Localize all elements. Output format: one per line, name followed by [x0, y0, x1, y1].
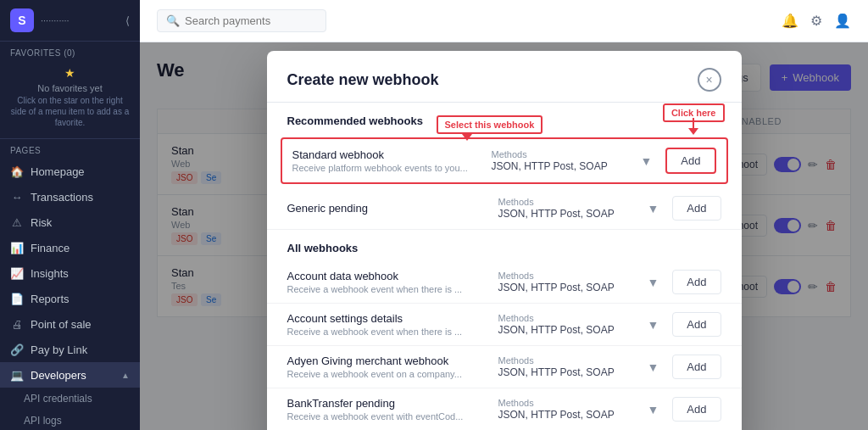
- select-annotation-arrow: [462, 134, 472, 141]
- methods-value: JSON, HTTP Post, SOAP: [498, 324, 634, 336]
- sidebar-item-label: Point of sale: [31, 318, 130, 331]
- methods-value: JSON, HTTP Post, SOAP: [498, 409, 634, 421]
- modal-header: Create new webhook ×: [267, 51, 742, 103]
- webhook-name: Generic pending: [287, 202, 488, 215]
- no-favorites-text: No favorites yet: [37, 83, 102, 93]
- sidebar-item-homepage[interactable]: 🏠 Homepage: [0, 159, 140, 184]
- profile-icon[interactable]: 👤: [834, 13, 851, 29]
- main-content: 🔍 🔔 ⚙ 👤 We ⚙ Settings: [140, 0, 868, 430]
- webhook-name: Standard webhook: [292, 148, 481, 161]
- select-annotation: Select this webhook: [437, 115, 543, 141]
- sidebar-item-label: Transactions: [31, 191, 130, 204]
- modal-close-button[interactable]: ×: [698, 68, 721, 92]
- star-icon: ★: [64, 66, 75, 80]
- pos-icon: 🖨: [10, 317, 24, 331]
- sidebar-item-insights[interactable]: 📈 Insights: [0, 260, 140, 286]
- webhook-info: Account data webhook Receive a webhook e…: [287, 270, 488, 294]
- standard-webhook-item: Select this webhook Standard webhook Rec…: [281, 137, 728, 184]
- all-webhooks-section-label: All webhooks: [267, 230, 742, 261]
- search-input-wrap: 🔍: [157, 9, 326, 32]
- webhook-name: BankTransfer pending: [287, 397, 488, 410]
- content-area: We ⚙ Settings + Webhook ENABLED: [140, 42, 868, 430]
- notification-icon[interactable]: 🔔: [782, 13, 798, 29]
- home-icon: 🏠: [10, 165, 24, 178]
- add-standard-webhook-button[interactable]: Add: [665, 148, 715, 174]
- insights-icon: 📈: [10, 266, 24, 280]
- settings-icon[interactable]: ⚙: [810, 13, 822, 29]
- create-webhook-modal: Create new webhook × Recommended webhook…: [267, 51, 742, 430]
- add-generic-pending-button[interactable]: Add: [672, 196, 721, 221]
- sidebar-item-finance[interactable]: 📊 Finance: [0, 235, 140, 260]
- search-input[interactable]: [185, 14, 303, 27]
- app-logo: S: [10, 8, 34, 32]
- webhook-desc: Receive platform webhook events to you..…: [292, 163, 481, 173]
- add-adyen-giving-button[interactable]: Add: [672, 355, 721, 379]
- sidebar-item-risk[interactable]: ⚠ Risk: [0, 209, 140, 235]
- reports-icon: 📄: [10, 292, 24, 305]
- webhook-info: Adyen Giving merchant webhook Receive a …: [287, 355, 488, 379]
- methods-value: JSON, HTTP Post, SOAP: [492, 160, 627, 172]
- webhook-desc: Receive a webhook event on a company...: [287, 369, 488, 379]
- sidebar-item-label: Risk: [31, 216, 130, 229]
- sidebar-item-label: Developers: [31, 369, 121, 382]
- svg-marker-1: [688, 128, 698, 135]
- add-account-settings-button[interactable]: Add: [672, 312, 721, 337]
- search-bar: 🔍: [157, 9, 771, 32]
- risk-icon: ⚠: [10, 215, 24, 229]
- link-icon: 🔗: [10, 343, 24, 356]
- sidebar-item-developers[interactable]: 💻 Developers ▲: [0, 362, 140, 388]
- sidebar-item-label: Homepage: [31, 165, 130, 178]
- sidebar-item-pay-by-link[interactable]: 🔗 Pay by Link: [0, 337, 140, 362]
- expand-icon[interactable]: ▼: [637, 151, 656, 171]
- expand-icon[interactable]: ▼: [644, 357, 663, 377]
- webhook-name: Adyen Giving merchant webhook: [287, 355, 488, 367]
- topbar: 🔍 🔔 ⚙ 👤: [140, 0, 868, 42]
- account-settings-webhook-item: Account settings details Receive a webho…: [267, 304, 742, 346]
- webhook-desc: Receive a webhook event with eventCod...: [287, 411, 488, 422]
- expand-icon[interactable]: ▼: [644, 198, 663, 219]
- webhook-info: Standard webhook Receive platform webhoo…: [292, 148, 481, 173]
- add-account-data-button[interactable]: Add: [672, 270, 721, 294]
- no-favorites-hint: Click on the star on the right side of a…: [10, 95, 130, 128]
- webhook-methods: Methods JSON, HTTP Post, SOAP: [498, 197, 634, 220]
- add-banktransfer-button[interactable]: Add: [672, 397, 721, 422]
- chevron-up-icon: ▲: [121, 371, 130, 380]
- sidebar: S ··········· ⟨ FAVORITES (0) ★ No favor…: [0, 0, 140, 430]
- webhook-desc: Receive a webhook event when there is ..…: [287, 327, 488, 337]
- expand-icon[interactable]: ▼: [644, 399, 663, 420]
- sidebar-item-label: Insights: [31, 267, 130, 280]
- sidebar-app-name: ···········: [41, 15, 125, 25]
- sidebar-toggle[interactable]: ⟨: [125, 14, 130, 27]
- webhook-info: Account settings details Receive a webho…: [287, 312, 488, 337]
- sidebar-item-label: Pay by Link: [31, 343, 130, 356]
- webhook-methods: Methods JSON, HTTP Post, SOAP: [498, 313, 634, 336]
- sidebar-item-label: Finance: [31, 242, 130, 254]
- search-icon: 🔍: [166, 14, 180, 27]
- expand-icon[interactable]: ▼: [644, 272, 663, 293]
- sidebar-item-api-logs[interactable]: API logs: [0, 410, 140, 430]
- adyen-giving-webhook-item: Adyen Giving merchant webhook Receive a …: [267, 346, 742, 388]
- click-arrow-icon: [688, 118, 698, 135]
- sidebar-item-label: Reports: [31, 293, 130, 305]
- methods-label: Methods: [492, 149, 627, 159]
- click-here-annotation: Click here: [663, 103, 725, 122]
- webhook-name: Account data webhook: [287, 270, 488, 282]
- methods-label: Methods: [498, 271, 634, 281]
- sidebar-header: S ··········· ⟨: [0, 0, 140, 42]
- webhook-methods: Methods JSON, HTTP Post, SOAP: [498, 398, 634, 421]
- account-data-webhook-item: Account data webhook Receive a webhook e…: [267, 261, 742, 304]
- sidebar-item-point-of-sale[interactable]: 🖨 Point of sale: [0, 311, 140, 337]
- methods-label: Methods: [498, 398, 634, 408]
- methods-value: JSON, HTTP Post, SOAP: [498, 282, 634, 293]
- sidebar-item-transactions[interactable]: ↔ Transactions: [0, 184, 140, 209]
- finance-icon: 📊: [10, 241, 24, 254]
- sidebar-item-reports[interactable]: 📄 Reports: [0, 286, 140, 311]
- expand-icon[interactable]: ▼: [644, 315, 663, 335]
- webhook-name: Account settings details: [287, 312, 488, 325]
- sidebar-item-api-credentials[interactable]: API credentials: [0, 388, 140, 410]
- select-annotation-label: Select this webhook: [437, 115, 543, 134]
- methods-label: Methods: [498, 355, 634, 366]
- modal-overlay: Create new webhook × Recommended webhook…: [140, 42, 868, 430]
- webhook-desc: Receive a webhook event when there is ..…: [287, 284, 488, 294]
- pages-label: PAGES: [0, 146, 140, 155]
